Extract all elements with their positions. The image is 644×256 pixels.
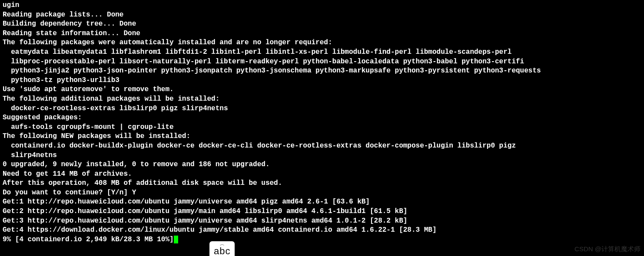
- output-line: The following additional packages will b…: [3, 95, 641, 104]
- output-line: python3-tz python3-urllib3: [3, 76, 641, 85]
- output-line: 0 upgraded, 9 newly installed, 0 to remo…: [3, 160, 641, 170]
- output-line: ugin: [3, 1, 641, 10]
- output-line: Reading package lists... Done: [3, 10, 641, 20]
- output-line: The following packages were automaticall…: [3, 38, 641, 48]
- terminal-output[interactable]: ugin Reading package lists... Done Build…: [3, 1, 641, 244]
- output-line: Get:4 https://download.docker.com/linux/…: [3, 226, 641, 235]
- output-line: Building dependency tree... Done: [3, 20, 641, 29]
- cursor-icon: [174, 236, 178, 243]
- output-line: Do you want to continue? [Y/n] Y: [3, 188, 641, 198]
- output-line: Get:3 http://repo.huaweicloud.com/ubuntu…: [3, 217, 641, 226]
- ime-indicator[interactable]: ︿ abc: [209, 241, 235, 256]
- output-line: libproc-processtable-perl libsort-natura…: [3, 57, 641, 67]
- ime-mode-label: abc: [213, 246, 231, 256]
- output-line: Suggested packages:: [3, 113, 641, 123]
- output-line: Reading state information... Done: [3, 29, 641, 39]
- output-line: slirp4netns: [3, 151, 641, 161]
- output-line: docker-ce-rootless-extras libslirp0 pigz…: [3, 104, 641, 114]
- output-line: containerd.io docker-buildx-plugin docke…: [3, 141, 641, 151]
- output-line: Get:2 http://repo.huaweicloud.com/ubuntu…: [3, 207, 641, 217]
- output-line: python3-jinja2 python3-json-pointer pyth…: [3, 66, 641, 76]
- progress-text: 9% [4 containerd.io 2,949 kB/28.3 MB 10%…: [3, 236, 174, 243]
- progress-line: 9% [4 containerd.io 2,949 kB/28.3 MB 10%…: [3, 235, 641, 245]
- output-line: After this operation, 408 MB of addition…: [3, 179, 641, 188]
- output-line: Use 'sudo apt autoremove' to remove them…: [3, 85, 641, 95]
- output-line: Get:1 http://repo.huaweicloud.com/ubuntu…: [3, 197, 641, 207]
- output-line: aufs-tools cgroupfs-mount | cgroup-lite: [3, 123, 641, 132]
- output-line: Need to get 114 MB of archives.: [3, 170, 641, 179]
- output-line: The following NEW packages will be insta…: [3, 132, 641, 141]
- watermark-text: CSDN @计算机魔术师: [574, 245, 641, 253]
- output-line: eatmydata libeatmydata1 libflashrom1 lib…: [3, 48, 641, 57]
